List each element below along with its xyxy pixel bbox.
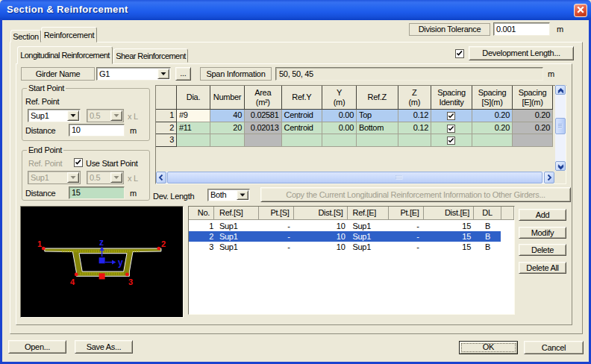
svg-text:3: 3 <box>128 277 133 286</box>
svg-text:4: 4 <box>70 277 75 286</box>
svg-text:z: z <box>99 237 104 248</box>
svg-text:1: 1 <box>37 239 42 248</box>
svg-text:2: 2 <box>161 239 166 248</box>
svg-text:y: y <box>118 257 123 268</box>
